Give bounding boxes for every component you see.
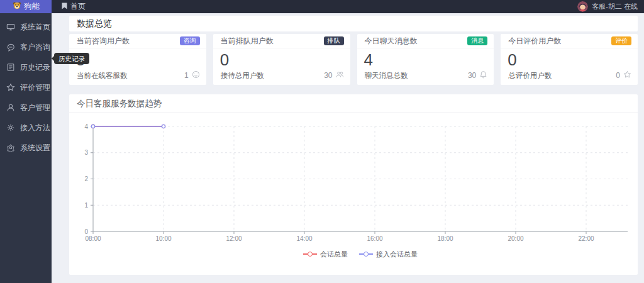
sidebar-item-settings[interactable]: 系统设置 <box>0 138 52 158</box>
history-icon <box>6 63 15 72</box>
y-tick-label: 3 <box>84 149 88 156</box>
plug-icon <box>6 123 15 132</box>
y-tick-label: 4 <box>84 123 88 130</box>
gear-icon <box>6 143 15 152</box>
brand-block[interactable]: 狗能 <box>0 0 52 13</box>
user-avatar <box>577 1 588 12</box>
x-tick-label: 14:00 <box>296 235 312 242</box>
brand-title: 狗能 <box>25 1 40 12</box>
card-footer-label: 接待总用户数 <box>221 71 264 80</box>
card-header: 当前排队用户数 排队 <box>213 34 350 48</box>
card-title: 当前排队用户数 <box>221 36 274 47</box>
card-header: 今日聊天消息数 消息 <box>357 34 494 48</box>
card-value: 4 <box>357 48 494 70</box>
x-tick-label: 16:00 <box>367 235 382 242</box>
trend-chart-panel: 今日客服服务数据趋势 0123408:0010:0012:0014:0016:0… <box>69 94 638 275</box>
x-tick-label: 12:00 <box>226 235 242 242</box>
sidebar-item-label: 客户管理 <box>20 103 50 113</box>
x-tick-label: 20:00 <box>508 235 523 242</box>
users-icon <box>336 70 344 80</box>
data-point <box>162 125 165 128</box>
legend-marker-icon <box>359 252 373 257</box>
data-point <box>91 125 94 128</box>
sidebar-item-label: 客户咨询 <box>20 42 50 53</box>
card-header: 当前咨询用户数 咨询 <box>69 34 206 48</box>
stat-card-chat-messages: 今日聊天消息数 消息 4 聊天消息总数 30 <box>357 34 494 85</box>
sidebar-item-access[interactable]: 接入方法 <box>0 118 52 138</box>
card-footer-label: 总评价用户数 <box>508 71 552 80</box>
card-footer-value: 30 <box>468 71 476 80</box>
topbar: 狗能 首页 客服-胡二 在线 <box>0 0 644 13</box>
legend-item[interactable]: 接入会话总量 <box>359 250 418 258</box>
stat-cards: 当前咨询用户数 咨询 5 当前在线客服数 1 当前排队用户数 排队 0 接待总用… <box>69 34 638 85</box>
topbar-spacer <box>93 0 577 13</box>
monitor-icon <box>6 23 15 31</box>
tab-home-label: 首页 <box>70 1 86 12</box>
x-tick-label: 10:00 <box>155 235 171 242</box>
user-icon <box>6 103 15 112</box>
card-badge: 消息 <box>467 36 487 45</box>
card-badge: 排队 <box>324 36 344 45</box>
stat-card-rating-users: 今日评价用户数 评价 0 总评价用户数 0 <box>501 34 638 85</box>
card-footer: 总评价用户数 0 <box>508 70 631 80</box>
legend-marker-icon <box>303 252 317 257</box>
overview-title: 数据总览 <box>69 16 638 31</box>
card-badge: 评价 <box>611 36 631 45</box>
user-status: 客服-胡二 在线 <box>592 2 638 11</box>
sidebar-item-reviews[interactable]: 评价管理 <box>0 77 52 97</box>
sidebar-item-label: 接入方法 <box>20 123 50 133</box>
user-area[interactable]: 客服-胡二 在线 <box>577 0 644 13</box>
card-badge: 咨询 <box>180 36 200 45</box>
card-title: 今日聊天消息数 <box>365 36 418 47</box>
y-tick-label: 2 <box>84 175 88 182</box>
sidebar-item-label: 历史记录 <box>20 62 50 73</box>
y-tick-label: 1 <box>84 202 88 209</box>
dog-logo-icon <box>13 1 21 12</box>
smiley-icon <box>192 70 200 80</box>
sidebar-item-label: 系统设置 <box>20 143 50 153</box>
legend-label: 会话总量 <box>320 250 348 259</box>
card-title: 今日评价用户数 <box>508 36 561 47</box>
bookmark-icon <box>62 3 67 11</box>
card-value: 5 <box>69 48 206 70</box>
stat-card-consulting-users: 当前咨询用户数 咨询 5 当前在线客服数 1 <box>69 34 206 85</box>
sidebar-item-label: 系统首页 <box>20 22 50 33</box>
x-tick-label: 22:00 <box>578 235 594 242</box>
sidebar: 系统首页 客户咨询 历史记录 评价管理 客户管理 接入方法 系统设置 <box>0 13 52 283</box>
trend-chart-svg: 0123408:0010:0012:0014:0016:0018:0020:00… <box>69 94 638 275</box>
sidebar-tooltip: 历史记录 <box>54 53 89 64</box>
x-tick-label: 18:00 <box>437 235 453 242</box>
card-footer-value: 1 <box>184 71 189 80</box>
card-footer: 接待总用户数 30 <box>221 70 344 80</box>
card-value: 0 <box>501 48 638 70</box>
card-footer-value: 0 <box>616 71 620 80</box>
card-footer: 聊天消息总数 30 <box>365 70 488 80</box>
card-footer-value: 30 <box>324 71 332 80</box>
card-footer: 当前在线客服数 1 <box>77 70 200 80</box>
legend-label: 接入会话总量 <box>376 250 418 259</box>
chat-icon <box>6 43 15 52</box>
sidebar-item-history[interactable]: 历史记录 <box>0 57 52 77</box>
star-icon <box>623 70 631 80</box>
sidebar-item-label: 评价管理 <box>20 82 50 93</box>
sidebar-item-consult[interactable]: 客户咨询 <box>0 37 52 57</box>
sidebar-item-customers[interactable]: 客户管理 <box>0 97 52 118</box>
bell-icon <box>479 70 487 80</box>
tab-home[interactable]: 首页 <box>54 0 93 13</box>
card-footer-label: 聊天消息总数 <box>365 71 408 80</box>
y-tick-label: 0 <box>84 228 88 235</box>
stat-card-queue-users: 当前排队用户数 排队 0 接待总用户数 30 <box>213 34 350 85</box>
card-value: 0 <box>213 48 350 70</box>
card-header: 今日评价用户数 评价 <box>501 34 638 48</box>
card-footer-label: 当前在线客服数 <box>77 71 128 80</box>
star-icon <box>6 83 15 92</box>
x-tick-label: 08:00 <box>85 235 101 242</box>
legend-item[interactable]: 会话总量 <box>303 250 348 258</box>
card-title: 当前咨询用户数 <box>77 36 130 47</box>
chart-legend: 会话总量接入会话总量 <box>93 250 628 258</box>
sidebar-item-home[interactable]: 系统首页 <box>0 17 52 37</box>
